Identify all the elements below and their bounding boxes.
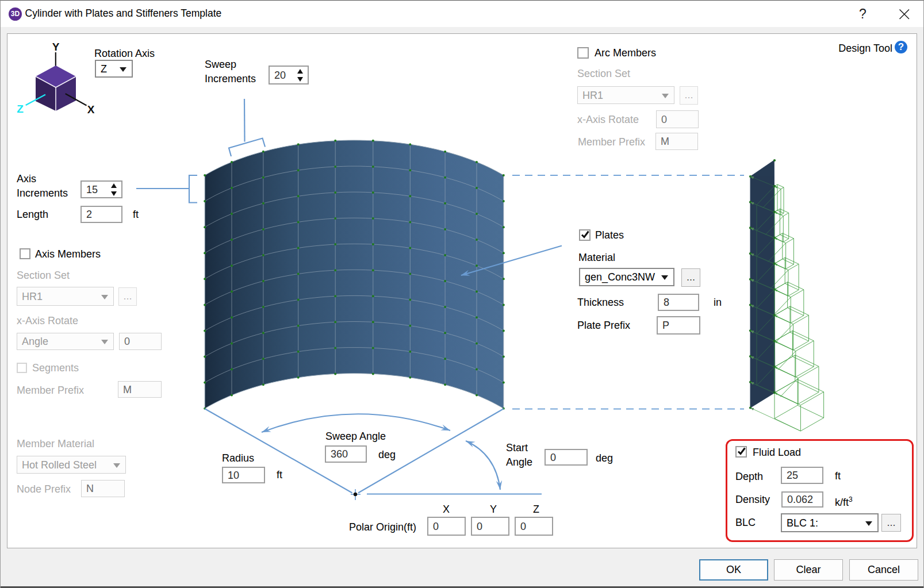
svg-text:Y: Y bbox=[52, 41, 60, 53]
svg-text:Z: Z bbox=[17, 103, 24, 115]
svg-text:X: X bbox=[87, 103, 95, 116]
